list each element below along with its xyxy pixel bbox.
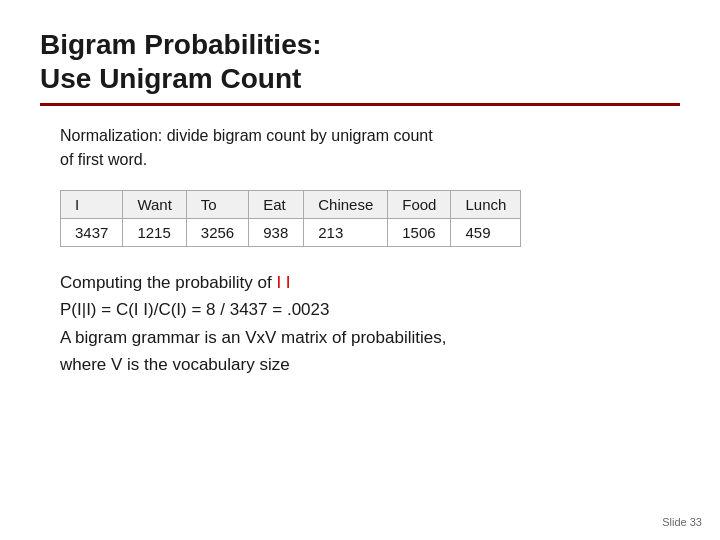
body-line1: Computing the probability of I I [60,269,680,296]
cell-food: 1506 [388,219,451,247]
body-line4: where V is the vocabulary size [60,351,680,378]
header-food: Food [388,191,451,219]
slide-number: Slide 33 [662,516,702,528]
unigram-table: I Want To Eat Chinese Food Lunch 3437 12… [60,190,521,247]
table-data-row: 3437 1215 3256 938 213 1506 459 [61,219,521,247]
subtitle-line1: Normalization: divide bigram count by un… [60,127,433,144]
slide-title: Bigram Probabilities: Use Unigram Count [40,28,680,95]
cell-chinese: 213 [304,219,388,247]
header-lunch: Lunch [451,191,521,219]
body-line1-prefix: Computing the probability of [60,273,276,292]
table-header-row: I Want To Eat Chinese Food Lunch [61,191,521,219]
body-line1-highlight: I I [276,273,290,292]
title-line1: Bigram Probabilities: [40,29,322,60]
body-line3: A bigram grammar is an VxV matrix of pro… [60,324,680,351]
header-i: I [61,191,123,219]
unigram-table-container: I Want To Eat Chinese Food Lunch 3437 12… [60,190,680,247]
header-want: Want [123,191,186,219]
cell-lunch: 459 [451,219,521,247]
body-text: Computing the probability of I I P(I|I) … [60,269,680,378]
cell-want: 1215 [123,219,186,247]
header-eat: Eat [249,191,304,219]
body-line2: P(I|I) = C(I I)/C(I) = 8 / 3437 = .0023 [60,296,680,323]
cell-i: 3437 [61,219,123,247]
title-line2: Use Unigram Count [40,63,301,94]
header-to: To [186,191,248,219]
subtitle-line2: of first word. [60,151,147,168]
subtitle: Normalization: divide bigram count by un… [60,124,680,172]
title-area: Bigram Probabilities: Use Unigram Count [40,28,680,106]
cell-to: 3256 [186,219,248,247]
cell-eat: 938 [249,219,304,247]
header-chinese: Chinese [304,191,388,219]
slide: Bigram Probabilities: Use Unigram Count … [0,0,720,540]
